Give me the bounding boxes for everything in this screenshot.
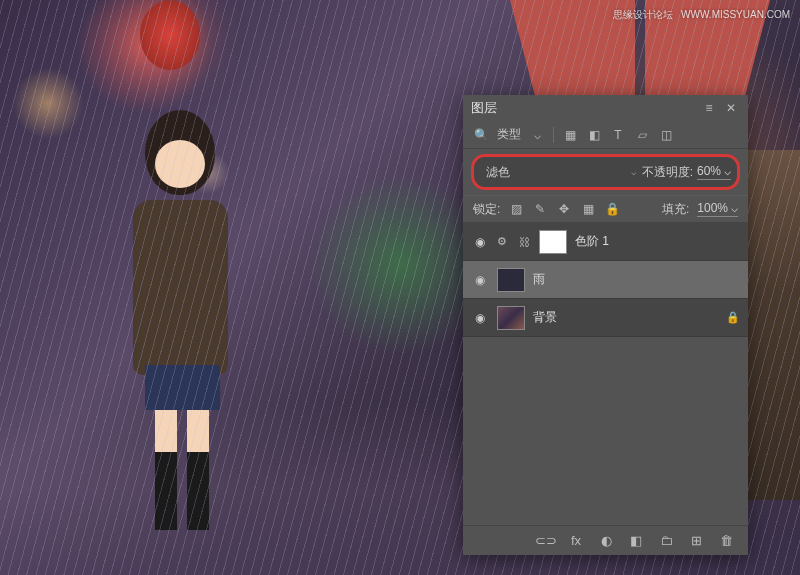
watermark-text: 思缘设计论坛 xyxy=(613,9,673,20)
layers-panel: 图层 ≡ ✕ 🔍 类型 ⌵ ▦ ◧ T ▱ ◫ 滤色 ⌵ 不透明度: 60% ⌵… xyxy=(463,95,748,555)
layer-name[interactable]: 色阶 1 xyxy=(575,233,740,250)
layer-name[interactable]: 雨 xyxy=(533,271,740,288)
layer-filter-row: 🔍 类型 ⌵ ▦ ◧ T ▱ ◫ xyxy=(463,121,748,149)
layer-thumbnail[interactable] xyxy=(497,268,525,292)
chevron-down-icon: ⌵ xyxy=(631,167,636,177)
character-figure xyxy=(115,110,255,530)
watermark: 思缘设计论坛 WWW.MISSYUAN.COM xyxy=(609,6,790,22)
panel-header: 图层 ≡ ✕ xyxy=(463,95,748,121)
new-layer-icon[interactable]: ⊞ xyxy=(688,533,704,549)
filter-shape-icon[interactable]: ▱ xyxy=(634,127,650,143)
blend-mode-dropdown[interactable]: 滤色 ⌵ xyxy=(480,160,642,184)
filter-smart-icon[interactable]: ◫ xyxy=(658,127,674,143)
lantern-decoration xyxy=(140,0,200,70)
layer-row-levels[interactable]: ◉ ⚙ ⛓ 色阶 1 xyxy=(463,223,748,261)
filter-image-icon[interactable]: ▦ xyxy=(562,127,578,143)
layer-thumbnail[interactable] xyxy=(539,230,567,254)
lock-fill-row: 锁定: ▨ ✎ ✥ ▦ 🔒 填充: 100% ⌵ xyxy=(463,195,748,223)
link-layers-icon[interactable]: ⊂⊃ xyxy=(538,533,554,549)
lock-position-icon[interactable]: ✥ xyxy=(556,201,572,217)
watermark-url: WWW.MISSYUAN.COM xyxy=(681,9,790,20)
adjustment-icon: ⚙ xyxy=(497,235,507,248)
visibility-toggle-icon[interactable]: ◉ xyxy=(471,309,489,327)
fx-icon[interactable]: fx xyxy=(568,533,584,549)
lock-artboard-icon[interactable]: ▦ xyxy=(580,201,596,217)
chevron-down-icon[interactable]: ⌵ xyxy=(529,127,545,143)
layer-thumbnail[interactable] xyxy=(497,306,525,330)
delete-layer-icon[interactable]: 🗑 xyxy=(718,533,734,549)
opacity-label: 不透明度: xyxy=(642,164,693,181)
lock-all-icon[interactable]: 🔒 xyxy=(604,201,620,217)
panel-footer: ⊂⊃ fx ◐ ◧ 🗀 ⊞ 🗑 xyxy=(463,525,748,555)
panel-title: 图层 xyxy=(471,99,696,117)
layer-name[interactable]: 背景 xyxy=(533,309,718,326)
lock-brush-icon[interactable]: ✎ xyxy=(532,201,548,217)
fill-value: 100% xyxy=(697,201,728,215)
visibility-toggle-icon[interactable]: ◉ xyxy=(471,271,489,289)
layer-row-rain[interactable]: ◉ 雨 xyxy=(463,261,748,299)
blend-mode-value: 滤色 xyxy=(486,164,510,181)
opacity-value: 60% xyxy=(697,164,721,178)
panel-menu-icon[interactable]: ≡ xyxy=(700,99,718,117)
fill-label: 填充: xyxy=(662,201,689,218)
fill-control[interactable]: 100% ⌵ xyxy=(697,201,738,217)
filter-text-icon[interactable]: T xyxy=(610,127,626,143)
link-icon: ⛓ xyxy=(517,236,531,248)
panel-close-icon[interactable]: ✕ xyxy=(722,99,740,117)
layers-list: ◉ ⚙ ⛓ 色阶 1 ◉ 雨 ◉ 背景 🔒 xyxy=(463,223,748,337)
group-icon[interactable]: 🗀 xyxy=(658,533,674,549)
mask-icon[interactable]: ◐ xyxy=(598,533,614,549)
chevron-down-icon: ⌵ xyxy=(731,201,738,215)
visibility-toggle-icon[interactable]: ◉ xyxy=(471,233,489,251)
filter-adjust-icon[interactable]: ◧ xyxy=(586,127,602,143)
opacity-control[interactable]: 不透明度: 60% ⌵ xyxy=(642,164,731,181)
chevron-down-icon: ⌵ xyxy=(724,164,731,178)
lock-transparency-icon[interactable]: ▨ xyxy=(508,201,524,217)
lock-icon: 🔒 xyxy=(726,311,740,324)
search-icon[interactable]: 🔍 xyxy=(473,127,489,143)
layer-row-background[interactable]: ◉ 背景 🔒 xyxy=(463,299,748,337)
blend-opacity-highlight: 滤色 ⌵ 不透明度: 60% ⌵ xyxy=(471,154,740,190)
filter-type-label[interactable]: 类型 xyxy=(497,126,521,143)
adjustment-layer-icon[interactable]: ◧ xyxy=(628,533,644,549)
lock-label: 锁定: xyxy=(473,201,500,218)
